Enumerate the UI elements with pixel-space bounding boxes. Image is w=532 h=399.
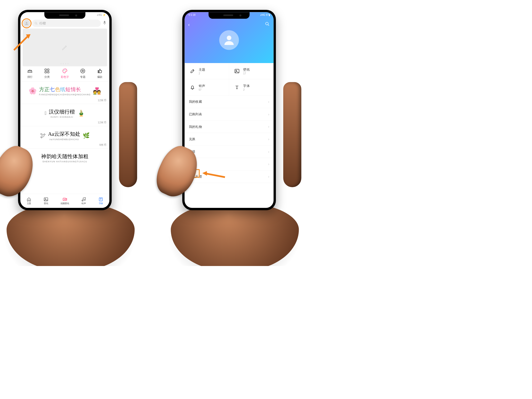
row-redeem[interactable]: 兑换› xyxy=(184,133,273,146)
image-icon xyxy=(234,68,240,74)
nav-font[interactable]: 字体 xyxy=(98,197,103,205)
pencil-icon xyxy=(62,44,68,51)
search-button[interactable] xyxy=(265,22,270,27)
category-row: 排行 分类 彩色字 专题 爆款 xyxy=(20,65,109,82)
svg-marker-25 xyxy=(202,171,207,176)
svg-point-10 xyxy=(65,69,65,70)
font-subtitle: HANYI XIXINGKAI xyxy=(49,116,75,118)
avatar[interactable] xyxy=(219,30,239,50)
image-icon xyxy=(44,197,49,202)
home-icon xyxy=(26,197,31,202)
status-bar: ..ıl 4G 97▮ xyxy=(260,14,270,17)
brush-icon xyxy=(189,68,196,74)
category-color-font[interactable]: 彩色字 xyxy=(61,68,69,79)
svg-point-23 xyxy=(236,70,237,71)
search-placeholder: 行楷 xyxy=(39,21,46,26)
text-icon xyxy=(234,84,240,91)
font-item[interactable]: 🌸 方正七色纸短情长 FANGZHENGQICAIZHIDUANQINGCHAN… xyxy=(20,82,109,104)
bell-icon xyxy=(189,84,196,91)
voice-search-button[interactable] xyxy=(102,21,107,26)
back-button[interactable]: ‹ xyxy=(188,22,190,27)
nav-live-wallpaper[interactable]: 炫酷壁纸 xyxy=(61,197,69,205)
category-ranking[interactable]: 排行 xyxy=(27,68,33,79)
featured-banner[interactable] xyxy=(23,29,107,66)
crown-icon xyxy=(27,68,33,74)
font-item[interactable]: 𓆤 汉仪细行楷 HANYI XIXINGKAI 🎍 12米币 xyxy=(20,104,109,126)
font-title: 方正七色纸短情长 xyxy=(39,86,91,93)
font-item[interactable]: 🕊 Aa云深不知处 AaYUNSHENBUZHICHU 🌿 9米币 xyxy=(20,126,109,149)
chevron-right-icon: › xyxy=(268,162,269,166)
nav-theme[interactable]: 主题 xyxy=(26,197,31,205)
video-icon xyxy=(62,197,67,202)
category-hot[interactable]: 爆款 xyxy=(97,68,103,79)
grid-icon xyxy=(44,68,50,74)
tile-wallpaper[interactable]: 壁纸17 xyxy=(229,63,274,79)
svg-line-2 xyxy=(36,24,37,24)
row-settings[interactable]: 设置› xyxy=(184,158,273,170)
text-icon xyxy=(98,197,103,202)
chevron-right-icon: › xyxy=(268,150,269,154)
palette-icon xyxy=(62,68,68,74)
status-bar: ..ıl 4G ⚡ xyxy=(97,14,106,17)
chevron-right-icon: › xyxy=(268,100,269,104)
search-input[interactable]: 行楷 xyxy=(32,20,101,27)
svg-point-11 xyxy=(66,70,66,71)
bamboo-deco-icon: 🎍 xyxy=(77,110,85,117)
orchid-deco-icon: 🌿 xyxy=(83,132,90,139)
font-price: 12米币 xyxy=(23,98,106,102)
font-price: 12米币 xyxy=(23,121,106,124)
asset-grid: 主题2 壁纸17 铃声57 字体2 xyxy=(184,63,273,96)
font-subtitle: FANGZHENGQICAIZHIDUANQINGCHANG xyxy=(39,93,91,96)
font-subtitle: AaYUNSHENBUZHICHU xyxy=(48,138,81,140)
tile-font[interactable]: 字体2 xyxy=(229,79,274,96)
font-price: 9米币 xyxy=(23,143,106,147)
category-topic[interactable]: 专题 xyxy=(80,68,86,79)
tile-theme[interactable]: 主题2 xyxy=(184,63,229,79)
svg-rect-8 xyxy=(48,71,49,73)
screen-font-store: ..ıl 4G ⚡ 行楷 xyxy=(20,12,109,208)
couple-deco-icon: 💑 xyxy=(93,87,101,95)
chevron-right-icon: › xyxy=(268,112,269,116)
search-icon xyxy=(34,22,38,25)
svg-point-14 xyxy=(45,199,46,199)
nav-wallpaper[interactable]: 壁纸 xyxy=(44,197,49,205)
highlight-ring xyxy=(22,18,32,28)
notch xyxy=(209,12,250,19)
right-phone-mockup: ..ıl 4G 97▮ 午1:18 ‹ 主题2 壁纸17 xyxy=(158,3,305,266)
annotation-arrow xyxy=(12,31,33,53)
row-mix[interactable]: 混搭› xyxy=(184,146,273,158)
nav-ringtone[interactable]: 铃声 xyxy=(81,197,86,205)
ink-deco-icon: 𓆤 xyxy=(45,110,46,116)
bottom-nav: 主题 壁纸 炫酷壁纸 铃声 字体 xyxy=(20,194,109,208)
svg-point-9 xyxy=(64,70,64,71)
font-item[interactable]: 神韵哈天随性体加粗 SHENYUN HATIANSUIXINGTIJIACU xyxy=(20,149,109,166)
font-title: 汉仪细行楷 xyxy=(49,108,75,115)
row-gifts[interactable]: 我的礼物› xyxy=(184,120,273,133)
carousel-dots: • • • • xyxy=(20,63,109,65)
font-subtitle: SHENYUN HATIANSUIXINGTIJIACU xyxy=(41,160,88,163)
svg-point-1 xyxy=(35,22,37,24)
svg-rect-5 xyxy=(45,69,47,71)
svg-rect-6 xyxy=(48,69,49,71)
svg-rect-7 xyxy=(45,71,47,73)
profile-header: ‹ xyxy=(184,12,273,63)
microphone-icon xyxy=(103,21,106,25)
chevron-right-icon: › xyxy=(268,125,269,129)
phone-frame: ..ıl 4G 97▮ 午1:18 ‹ 主题2 壁纸17 xyxy=(182,10,276,210)
notch xyxy=(44,12,85,19)
row-favorites[interactable]: 我的收藏› xyxy=(184,96,273,108)
row-purchased[interactable]: 已购列表› xyxy=(184,108,273,121)
svg-line-20 xyxy=(268,25,269,26)
search-icon xyxy=(265,22,270,26)
font-title: Aa云深不知处 xyxy=(48,131,81,138)
annotation-arrow xyxy=(200,170,227,180)
font-title: 神韵哈天随性体加粗 xyxy=(41,153,88,160)
svg-rect-3 xyxy=(104,21,105,23)
crane-deco-icon: 🕊 xyxy=(40,132,46,139)
category-category[interactable]: 分类 xyxy=(44,68,50,79)
chevron-right-icon: › xyxy=(268,137,269,141)
person-icon xyxy=(222,33,235,47)
tile-ringtone[interactable]: 铃声57 xyxy=(184,79,229,96)
profile-avatar-button[interactable] xyxy=(23,20,30,27)
thumb-up-icon xyxy=(97,68,103,74)
